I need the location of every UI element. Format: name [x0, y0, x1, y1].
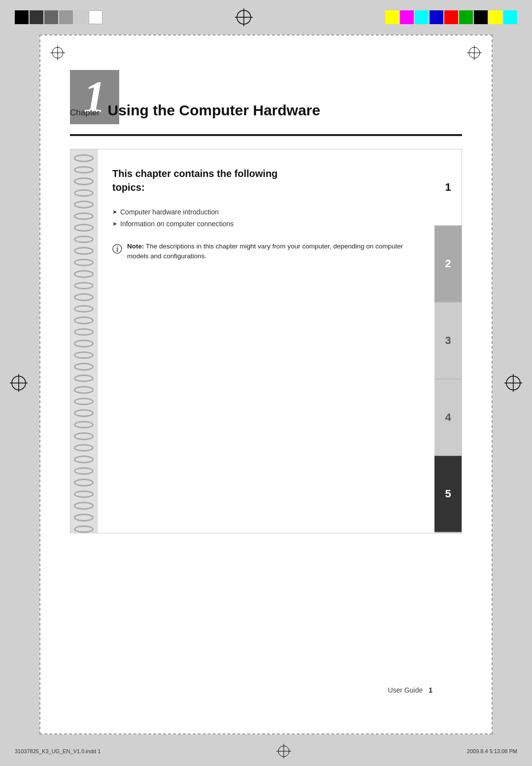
reg-mark-right: [504, 374, 522, 392]
document-page: 1 Chapter Using the Computer Hardware: [39, 35, 493, 734]
note-icon: ⓘ: [112, 243, 122, 256]
spiral-ring: [74, 398, 94, 406]
spiral-ring: [74, 305, 94, 313]
spiral-ring: [74, 166, 94, 174]
spiral-ring: [74, 514, 94, 522]
footer-page-number: 1: [429, 686, 432, 694]
spiral-ring: [74, 270, 94, 278]
spiral-ring: [74, 455, 94, 463]
spiral-ring: [74, 328, 94, 336]
spiral-ring: [74, 247, 94, 255]
spiral-ring: [74, 236, 94, 244]
spiral-ring: [74, 212, 94, 220]
spiral-ring: [74, 224, 94, 232]
color-bar: [444, 10, 458, 24]
chapter-label: Chapter: [70, 106, 100, 118]
spiral-ring: [74, 444, 94, 452]
reg-mark-left: [10, 374, 28, 392]
color-bar: [415, 10, 429, 24]
note-label: Note:: [127, 243, 144, 250]
notebook-content: This chapter contains the following topi…: [98, 149, 434, 533]
color-bar: [474, 10, 488, 24]
spiral-binding: [70, 149, 98, 533]
color-bars-right: [385, 10, 517, 24]
registration-mark-top: [235, 8, 253, 26]
reg-mark-tl: [50, 45, 65, 60]
print-marks-bottom: 31037825_K3_UG_EN_V1.0.indd 1 2009.8.4 5…: [0, 736, 532, 766]
color-bar: [74, 10, 88, 24]
bottom-file-info: 31037825_K3_UG_EN_V1.0.indd 1: [15, 748, 100, 754]
color-bar: [430, 10, 443, 24]
spiral-ring: [74, 490, 94, 498]
spiral-ring: [74, 259, 94, 267]
color-bars-left: [15, 10, 102, 24]
spiral-ring: [74, 525, 94, 533]
spiral-ring: [74, 282, 94, 290]
spiral-ring: [74, 375, 94, 383]
color-bar: [489, 10, 502, 24]
notebook-section: 1 2 3 4 5 This chapter contains the foll…: [70, 149, 462, 533]
tab-3: 3: [434, 303, 462, 380]
spiral-ring: [74, 386, 94, 394]
chapter-divider: [70, 134, 462, 136]
color-bar: [59, 10, 73, 24]
spiral-ring: [74, 293, 94, 301]
note-block: ⓘ Note: The descriptions in this chapter…: [112, 242, 420, 262]
spiral-ring: [74, 351, 94, 359]
toc-heading: This chapter contains the following topi…: [112, 167, 420, 194]
note-body: The descriptions in this chapter might v…: [127, 243, 403, 260]
spiral-ring: [74, 177, 94, 185]
color-bar: [44, 10, 58, 24]
spiral-ring: [74, 502, 94, 510]
print-marks-top: [0, 0, 532, 35]
tab-4: 4: [434, 380, 462, 456]
color-bar: [15, 10, 29, 24]
page-content: 1 Chapter Using the Computer Hardware: [70, 65, 462, 704]
list-item: Information on computer connections: [112, 220, 420, 228]
spiral-ring: [74, 479, 94, 487]
color-bar: [400, 10, 414, 24]
list-item: Computer hardware introduction: [112, 208, 420, 216]
footer-label: User Guide: [388, 686, 423, 694]
reg-mark-tr: [467, 45, 482, 60]
color-bar: [89, 10, 102, 24]
spiral-ring: [74, 189, 94, 197]
tab-section: 1 2 3 4 5: [434, 149, 462, 533]
spiral-ring: [74, 467, 94, 475]
tab-2: 2: [434, 226, 462, 303]
spiral-ring: [74, 432, 94, 440]
toc-list: Computer hardware introduction Informati…: [112, 208, 420, 228]
color-bar: [30, 10, 43, 24]
bottom-date-info: 2009.8.4 5:13:08 PM: [467, 748, 517, 754]
spiral-ring: [74, 421, 94, 429]
color-bar: [459, 10, 473, 24]
spiral-ring: [74, 409, 94, 417]
spiral-ring: [74, 340, 94, 348]
spiral-ring: [74, 363, 94, 371]
spiral-ring: [74, 154, 94, 162]
chapter-title-row: Chapter Using the Computer Hardware: [70, 102, 462, 119]
tab-5: 5: [434, 456, 462, 533]
page-footer: User Guide 1: [100, 686, 432, 694]
chapter-title: Using the Computer Hardware: [107, 102, 320, 119]
reg-mark-bottom: [276, 744, 291, 759]
color-bar: [385, 10, 399, 24]
spiral-ring: [74, 201, 94, 209]
color-bar: [503, 10, 517, 24]
tab-1: 1: [434, 149, 462, 226]
spiral-ring: [74, 316, 94, 324]
note-text: Note: The descriptions in this chapter m…: [127, 242, 420, 262]
